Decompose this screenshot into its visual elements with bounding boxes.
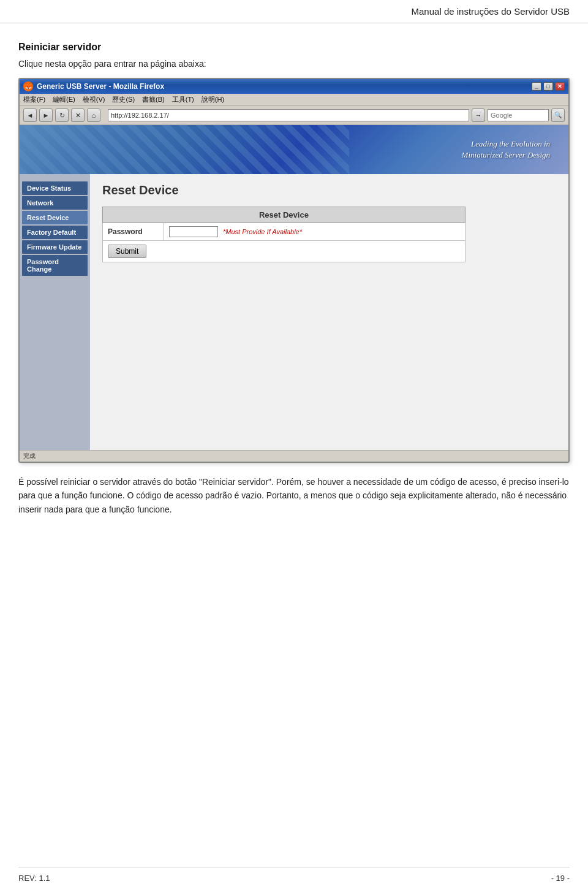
- sidebar-item-firmware-update[interactable]: Firmware Update: [22, 240, 88, 254]
- reset-table: Reset Device Password *Must Provide If A…: [102, 207, 466, 262]
- menu-view[interactable]: 檢視(V): [83, 95, 105, 104]
- banner-line2: Miniaturized Server Design: [462, 150, 550, 161]
- header-title: Manual de instruções do Servidor USB: [412, 6, 570, 17]
- banner: Leading the Evolution in Miniaturized Se…: [20, 125, 568, 174]
- browser-titlebar: 🦊 Generic USB Server - Mozilla Firefox _…: [20, 79, 568, 94]
- banner-pattern: [20, 125, 349, 174]
- browser-page: Device Status Network Reset Device Facto…: [20, 174, 568, 450]
- go-button[interactable]: →: [472, 109, 485, 122]
- maximize-button[interactable]: □: [543, 82, 553, 91]
- submit-cell: Submit: [103, 241, 466, 262]
- menu-file[interactable]: 檔案(F): [23, 95, 45, 104]
- menu-bookmarks[interactable]: 書籤(B): [142, 95, 165, 104]
- body-paragraph: É possível reiniciar o servidor através …: [18, 475, 570, 516]
- close-button[interactable]: ✕: [555, 82, 565, 91]
- browser-title: Generic USB Server - Mozilla Firefox: [37, 82, 164, 91]
- menu-help[interactable]: 說明(H): [202, 95, 224, 104]
- search-go-button[interactable]: 🔍: [551, 109, 565, 122]
- banner-text: Leading the Evolution in Miniaturized Se…: [462, 139, 550, 161]
- intro-text: Clique nesta opção para entrar na página…: [18, 59, 570, 69]
- reload-button[interactable]: ↻: [55, 109, 69, 122]
- footer-page: - 19 -: [551, 874, 570, 883]
- browser-toolbar: ◄ ► ↻ ✕ ⌂ → 🔍: [20, 106, 568, 125]
- page-header: Manual de instruções do Servidor USB: [0, 0, 588, 23]
- page-footer: REV: 1.1 - 19 -: [18, 867, 570, 883]
- input-cell: *Must Provide If Available*: [169, 226, 460, 237]
- submit-button[interactable]: Submit: [108, 245, 146, 258]
- titlebar-left: 🦊 Generic USB Server - Mozilla Firefox: [23, 82, 164, 91]
- password-label: Password: [103, 223, 164, 241]
- sidebar: Device Status Network Reset Device Facto…: [20, 174, 90, 450]
- sidebar-item-password-change[interactable]: Password Change: [22, 255, 88, 276]
- main-panel: Reset Device Reset Device Password *Must…: [90, 174, 568, 450]
- sidebar-item-reset-device[interactable]: Reset Device: [22, 211, 88, 224]
- must-provide-text: *Must Provide If Available*: [223, 228, 302, 235]
- firefox-icon: 🦊: [23, 82, 33, 91]
- window-controls: _ □ ✕: [532, 82, 565, 91]
- password-row: Password *Must Provide If Available*: [103, 223, 466, 241]
- password-input-cell: *Must Provide If Available*: [164, 223, 466, 241]
- search-input[interactable]: [488, 109, 549, 121]
- banner-line1: Leading the Evolution in: [462, 139, 550, 150]
- main-content: Reiniciar servidor Clique nesta opção pa…: [0, 23, 588, 536]
- minimize-button[interactable]: _: [532, 82, 541, 91]
- section-title: Reiniciar servidor: [18, 42, 570, 53]
- table-header-cell: Reset Device: [103, 207, 466, 223]
- menu-history[interactable]: 歷史(S): [112, 95, 135, 104]
- address-bar[interactable]: [108, 109, 469, 121]
- sidebar-item-device-status[interactable]: Device Status: [22, 181, 88, 195]
- menu-tools[interactable]: 工具(T): [172, 95, 194, 104]
- status-text: 完成: [23, 452, 36, 459]
- password-field[interactable]: [169, 226, 218, 237]
- back-button[interactable]: ◄: [23, 109, 37, 122]
- home-button[interactable]: ⌂: [87, 109, 100, 122]
- browser-window: 🦊 Generic USB Server - Mozilla Firefox _…: [18, 78, 570, 463]
- sidebar-item-factory-default[interactable]: Factory Default: [22, 226, 88, 239]
- panel-title: Reset Device: [102, 183, 556, 197]
- nav-separator: [103, 109, 105, 122]
- submit-row: Submit: [103, 241, 466, 262]
- browser-menubar: 檔案(F) 編輯(E) 檢視(V) 歷史(S) 書籤(B) 工具(T) 說明(H…: [20, 94, 568, 106]
- browser-content: Leading the Evolution in Miniaturized Se…: [20, 125, 568, 450]
- forward-button[interactable]: ►: [39, 109, 53, 122]
- menu-edit[interactable]: 編輯(E): [53, 95, 75, 104]
- browser-statusbar: 完成: [20, 450, 568, 462]
- stop-button[interactable]: ✕: [71, 109, 85, 122]
- sidebar-item-network[interactable]: Network: [22, 196, 88, 210]
- footer-rev: REV: 1.1: [18, 874, 50, 883]
- table-header-row: Reset Device: [103, 207, 466, 223]
